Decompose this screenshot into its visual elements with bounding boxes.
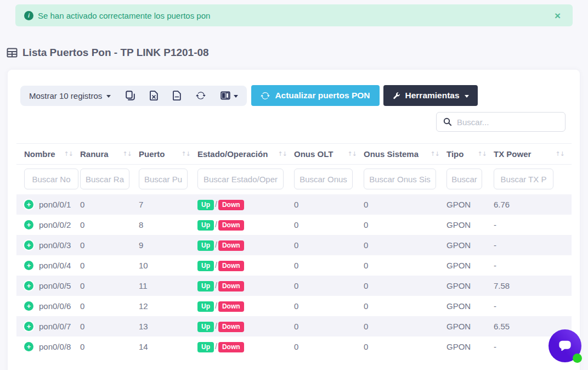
status-up-badge[interactable]: Up [197,301,214,312]
expand-row-icon[interactable]: + [24,200,33,209]
status-down-badge[interactable]: Down [218,281,244,291]
expand-row-icon[interactable]: + [24,261,33,270]
status-up-badge[interactable]: Up [197,240,214,251]
table-row: +pon0/0/5 0 11 Up/Down 0 0 GPON 7.58 [16,276,572,296]
cell-onus-sistema: 0 [364,276,446,296]
actualizar-puertos-pon-button[interactable]: Actualizar puertos PON [251,85,379,106]
copy-button[interactable] [126,91,135,100]
status-up-badge[interactable]: Up [197,322,214,332]
status-down-badge[interactable]: Down [218,220,244,231]
filter-input-puerto[interactable] [139,169,188,189]
cell-estado: Up/Down [197,276,294,296]
search-icon [443,117,452,126]
column-header-tx-power[interactable]: TX Power↑↓ [494,144,572,165]
expand-row-icon[interactable]: + [24,220,33,229]
cell-ranura: 0 [80,235,139,255]
column-header-tipo[interactable]: Tipo↑↓ [446,144,494,165]
sort-icon[interactable]: ↑↓ [278,150,287,158]
expand-row-icon[interactable]: + [24,342,33,351]
status-up-badge[interactable]: Up [197,342,214,352]
close-alert-button[interactable]: × [551,9,564,22]
cell-onus-sistema: 0 [364,337,446,357]
expand-row-icon[interactable]: + [24,301,33,311]
cell-estado: Up/Down [197,255,294,276]
pdf-export-button[interactable] [173,91,181,100]
column-header-onus-sistema[interactable]: Onus Sistema↑↓ [364,144,446,165]
cell-tipo: GPON [446,194,494,215]
expand-row-icon[interactable]: + [24,281,33,290]
port-name: pon0/0/1 [39,200,71,209]
status-up-badge[interactable]: Up [197,220,214,231]
refresh-icon [261,91,270,100]
sort-icon[interactable]: ↑↓ [348,150,357,158]
toolbar: Mostrar 10 registros [20,85,580,106]
status-up-badge[interactable]: Up [197,281,214,291]
cell-onus-sistema: 0 [364,316,446,337]
status-down-badge[interactable]: Down [218,322,244,332]
cell-onus-sistema: 0 [364,194,446,215]
length-menu-dropdown[interactable]: Mostrar 10 registros [29,91,111,100]
port-name: pon0/0/8 [39,342,71,351]
cell-estado: Up/Down [197,316,294,337]
excel-export-button[interactable] [150,91,158,100]
filter-input-estado[interactable] [197,169,284,189]
datatable-buttons-group: Mostrar 10 registros [20,86,247,106]
herramientas-button[interactable]: Herramientas [383,85,478,106]
cell-onus-olt: 0 [294,276,364,296]
sort-icon[interactable]: ↑↓ [182,150,190,158]
chat-bubble-icon [557,338,573,354]
column-header-nombre[interactable]: Nombre↑↓ [16,144,80,165]
column-visibility-button[interactable] [220,91,238,100]
sort-icon[interactable]: ↑↓ [556,150,564,158]
column-label: Onus Sistema [364,149,419,159]
status-down-badge[interactable]: Down [218,240,244,251]
cell-onus-olt: 0 [294,316,364,337]
cell-tipo: GPON [446,296,494,316]
status-up-badge[interactable]: Up [197,261,214,271]
column-label: Puerto [139,149,165,159]
excel-file-icon [150,91,158,100]
filter-input-tipo[interactable] [446,169,482,189]
port-name: pon0/0/2 [39,220,71,229]
filter-input-onus-olt[interactable] [294,169,353,189]
status-up-badge[interactable]: Up [197,200,214,210]
cell-tx-power: - [494,215,572,235]
cell-puerto: 11 [139,276,197,296]
filter-input-nombre[interactable] [24,169,78,189]
column-header-onus-olt[interactable]: Onus OLT↑↓ [294,144,364,165]
sort-icon[interactable]: ↑↓ [478,150,487,158]
cell-onus-sistema: 0 [364,215,446,235]
cell-puerto: 12 [139,296,197,316]
port-name: pon0/0/3 [39,240,71,250]
wrench-icon [392,92,400,100]
status-down-badge[interactable]: Down [218,261,244,271]
filter-input-tx-power[interactable] [494,169,553,189]
expand-row-icon[interactable]: + [24,240,33,250]
search-input[interactable] [457,117,558,127]
cell-tipo: GPON [446,316,494,337]
status-down-badge[interactable]: Down [218,301,244,312]
cell-onus-olt: 0 [294,296,364,316]
expand-row-icon[interactable]: + [24,322,33,331]
filter-input-ranura[interactable] [80,169,129,189]
column-header-puerto[interactable]: Puerto↑↓ [139,144,197,165]
sort-icon[interactable]: ↑↓ [123,150,132,158]
status-separator: / [215,220,217,229]
cell-tipo: GPON [446,255,494,276]
column-header-ranura[interactable]: Ranura↑↓ [80,144,139,165]
column-header-estado[interactable]: Estado/Operación↑↓ [197,144,294,165]
status-down-badge[interactable]: Down [218,200,244,210]
status-down-badge[interactable]: Down [218,342,244,352]
port-name: pon0/0/6 [39,301,71,311]
actualizar-label: Actualizar puertos PON [275,91,370,100]
filter-input-onus-sistema[interactable] [364,169,436,189]
chat-widget-button[interactable] [549,329,581,362]
status-separator: / [215,342,217,351]
sort-icon[interactable]: ↑↓ [64,150,73,158]
port-name: pon0/0/4 [39,261,71,270]
length-menu-label: Mostrar 10 registros [29,91,102,100]
sort-icon[interactable]: ↑↓ [431,150,439,158]
cell-tipo: GPON [446,215,494,235]
reload-table-button[interactable] [196,91,206,100]
cell-estado: Up/Down [197,235,294,255]
